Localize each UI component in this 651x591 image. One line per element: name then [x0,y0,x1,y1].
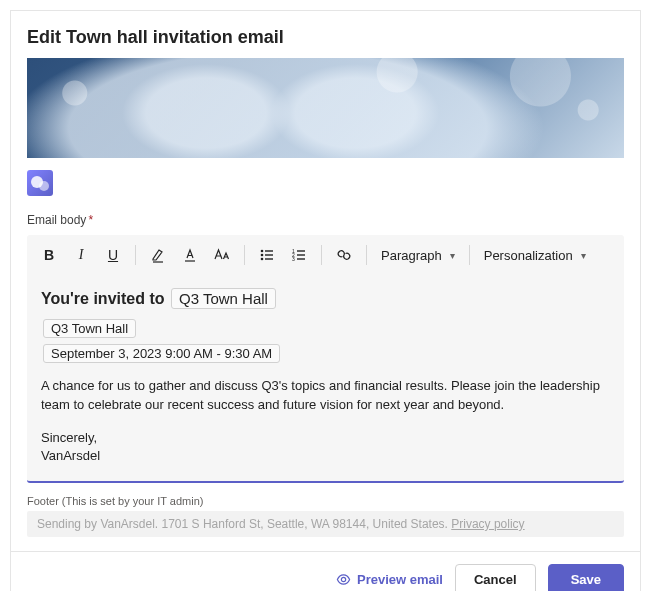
banner-image [27,58,624,158]
eye-icon [336,572,351,587]
toolbar-separator [469,245,470,265]
svg-point-14 [341,577,345,581]
svg-rect-7 [265,258,273,259]
chevron-down-icon: ▾ [581,250,586,261]
toolbar-separator [321,245,322,265]
svg-rect-13 [297,258,305,259]
chevron-down-icon: ▾ [450,250,455,261]
svg-point-4 [261,258,264,261]
font-color-button[interactable] [176,241,204,269]
invite-prefix: You're invited to [41,290,165,307]
email-body-editor: B I U 123 [27,235,624,483]
svg-rect-6 [265,254,273,255]
svg-point-2 [261,250,264,253]
edit-invitation-panel: Edit Town hall invitation email Email bo… [10,10,641,591]
italic-button[interactable]: I [67,241,95,269]
paragraph-dropdown-label: Paragraph [381,248,442,263]
signature[interactable]: Sincerely, VanArsdel [41,429,610,465]
preview-email-button[interactable]: Preview email [336,572,443,587]
required-asterisk: * [88,213,93,227]
footer-label: Footer (This is set by your IT admin) [27,495,624,507]
personalization-dropdown[interactable]: Personalization ▾ [478,244,592,267]
content-area: Edit Town hall invitation email Email bo… [11,11,640,537]
toolbar-separator [135,245,136,265]
preview-email-label: Preview email [357,572,443,587]
action-bar: Preview email Cancel Save [11,551,640,591]
event-time-tag[interactable]: September 3, 2023 9:00 AM - 9:30 AM [43,344,280,363]
invite-heading: You're invited to Q3 Town Hall [41,288,610,309]
footer-text: Sending by VanArsdel. 1701 S Hanford St,… [37,517,451,531]
editor-body[interactable]: You're invited to Q3 Town Hall Q3 Town H… [27,276,624,481]
footer-readonly: Sending by VanArsdel. 1701 S Hanford St,… [27,511,624,537]
event-title-chip[interactable]: Q3 Town Hall [171,288,276,309]
personalization-dropdown-label: Personalization [484,248,573,263]
svg-point-3 [261,254,264,257]
bulleted-list-button[interactable] [253,241,281,269]
email-body-label: Email body* [27,213,624,227]
underline-button[interactable]: U [99,241,127,269]
email-body-label-text: Email body [27,213,86,227]
toolbar-separator [366,245,367,265]
event-name-tag[interactable]: Q3 Town Hall [43,319,136,338]
privacy-policy-link: Privacy policy [451,517,524,531]
numbered-list-button[interactable]: 123 [285,241,313,269]
link-button[interactable] [330,241,358,269]
svg-rect-5 [265,250,273,251]
body-paragraph[interactable]: A chance for us to gather and discuss Q3… [41,377,610,415]
toolbar-separator [244,245,245,265]
highlight-color-button[interactable] [144,241,172,269]
editor-toolbar: B I U 123 [27,235,624,276]
svg-rect-11 [297,250,305,251]
paragraph-dropdown[interactable]: Paragraph ▾ [375,244,461,267]
save-button[interactable]: Save [548,564,624,591]
svg-text:3: 3 [292,256,295,262]
cancel-button[interactable]: Cancel [455,564,536,591]
brand-logo-icon [27,170,53,196]
page-title: Edit Town hall invitation email [27,27,624,48]
signoff-line: Sincerely, [41,429,610,447]
svg-rect-12 [297,254,305,255]
font-size-button[interactable] [208,241,236,269]
bold-button[interactable]: B [35,241,63,269]
sender-line: VanArsdel [41,447,610,465]
